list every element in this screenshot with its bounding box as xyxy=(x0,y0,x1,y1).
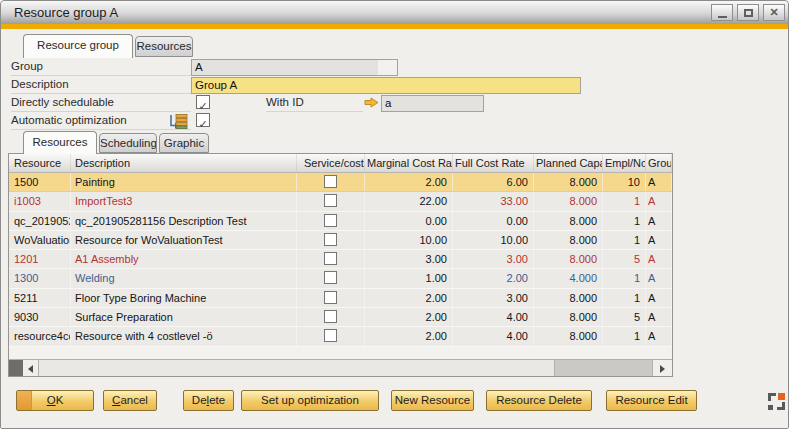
scroll-right-button[interactable] xyxy=(652,360,672,376)
column-header-description[interactable]: Description xyxy=(71,154,297,172)
group-label: Group xyxy=(11,59,191,76)
table-row[interactable]: 1500Painting2.006.008.00010A xyxy=(9,173,672,192)
corner-orange-square xyxy=(778,393,785,400)
column-header-planned-capacity[interactable]: Planned Capaci xyxy=(534,154,603,172)
horizontal-scrollbar[interactable] xyxy=(9,359,672,376)
cell-planned-capacity: 8.000 xyxy=(534,327,603,345)
tab-scheduling[interactable]: Scheduling xyxy=(99,133,157,153)
maximize-button[interactable] xyxy=(737,4,759,21)
cell-marginal-cost-rate: 1.00 xyxy=(365,269,453,287)
group-value: A xyxy=(195,61,203,73)
table-row[interactable]: 1201A1 Assembly3.003.008.0005A xyxy=(9,250,672,269)
cell-group: A xyxy=(646,212,672,230)
column-header-resource[interactable]: Resource xyxy=(9,154,71,172)
cell-description: Resource for WoValuationTest xyxy=(71,231,297,249)
checkmark-icon: ✓ xyxy=(198,100,207,113)
cell-full-cost-rate: 6.00 xyxy=(453,173,534,191)
table-row[interactable]: i1003ImportTest322.0033.008.0001A xyxy=(9,192,672,211)
service-costs-checkbox[interactable] xyxy=(324,271,337,284)
cell-empl-no: 1 xyxy=(603,289,646,307)
cell-service-costs xyxy=(297,231,365,249)
new-resource-button[interactable]: New Resource xyxy=(391,390,474,411)
cell-service-costs xyxy=(297,250,365,268)
cancel-button[interactable]: Cancel xyxy=(103,390,157,411)
tab-resources-outer[interactable]: Resources xyxy=(135,36,193,57)
service-costs-checkbox[interactable] xyxy=(324,252,337,265)
tab-graphic[interactable]: Graphic xyxy=(159,133,209,153)
cell-group: A xyxy=(646,289,672,307)
cell-planned-capacity: 8.000 xyxy=(534,289,603,307)
link-arrow-icon[interactable] xyxy=(364,97,379,108)
cell-resource: 9030 xyxy=(9,308,71,326)
cell-empl-no: 5 xyxy=(603,250,646,268)
service-costs-checkbox[interactable] xyxy=(324,175,337,188)
service-costs-checkbox[interactable] xyxy=(324,310,337,323)
cell-resource: 1500 xyxy=(9,173,71,191)
tab-resources-inner[interactable]: Resources xyxy=(23,131,97,154)
close-button[interactable]: ✕ xyxy=(763,4,785,21)
cell-empl-no: 5 xyxy=(603,308,646,326)
cell-description: Floor Type Boring Machine xyxy=(71,289,297,307)
cell-full-cost-rate: 3.00 xyxy=(453,250,534,268)
delete-button[interactable]: Delete xyxy=(183,390,234,411)
description-field[interactable]: Group A xyxy=(191,77,581,94)
table-row[interactable]: 1300Welding1.002.004.0001A xyxy=(9,269,672,288)
cell-empl-no: 1 xyxy=(603,192,646,210)
service-costs-checkbox[interactable] xyxy=(324,291,337,304)
table-row[interactable]: qc_201905281qc_201905281156 Description … xyxy=(9,212,672,231)
resource-delete-button[interactable]: Resource Delete xyxy=(486,390,592,411)
cell-description: Painting xyxy=(71,173,297,191)
service-costs-checkbox[interactable] xyxy=(324,214,337,227)
table-row[interactable]: WoValuationTResource for WoValuationTest… xyxy=(9,231,672,250)
with-id-field[interactable]: a xyxy=(381,95,484,112)
table-row[interactable]: 9030Surface Preparation2.004.008.0005A xyxy=(9,308,672,327)
service-costs-checkbox[interactable] xyxy=(324,233,337,246)
cell-service-costs xyxy=(297,192,365,210)
title-bar[interactable]: Resource group A ✕ xyxy=(1,1,788,24)
column-header-service-costs[interactable]: Service/costs xyxy=(297,154,365,172)
optimization-gantt-icon xyxy=(167,114,189,129)
cell-description: ImportTest3 xyxy=(71,192,297,210)
scrollbar-thumb[interactable] xyxy=(39,360,555,376)
description-label: Description xyxy=(11,77,191,94)
cell-resource: 1300 xyxy=(9,269,71,287)
cell-service-costs xyxy=(297,269,365,287)
cell-group: A xyxy=(646,308,672,326)
directly-schedulable-checkbox[interactable]: ✓ xyxy=(196,95,210,109)
cell-service-costs xyxy=(297,173,365,191)
cell-description: qc_201905281156 Description Test xyxy=(71,212,297,230)
column-header-group[interactable]: Group xyxy=(646,154,672,172)
cell-full-cost-rate: 3.00 xyxy=(453,289,534,307)
cell-service-costs xyxy=(297,308,365,326)
cell-description: Surface Preparation xyxy=(71,308,297,326)
cell-marginal-cost-rate: 0.00 xyxy=(365,212,453,230)
group-field[interactable]: A xyxy=(191,59,398,76)
close-icon: ✕ xyxy=(769,7,778,18)
table-row[interactable]: resource4cosResource with 4 costlevel -ö… xyxy=(9,327,672,346)
column-header-empl-no[interactable]: Empl/No. xyxy=(603,154,646,172)
column-header-marginal-cost[interactable]: Marginal Cost Rate xyxy=(365,154,453,172)
ok-button[interactable]: OK xyxy=(16,390,94,411)
form-area: Resource group Resources Group A Descrip… xyxy=(1,29,788,428)
cell-service-costs xyxy=(297,212,365,230)
cell-marginal-cost-rate: 2.00 xyxy=(365,289,453,307)
scroll-left-button[interactable] xyxy=(23,360,39,376)
cell-resource: 5211 xyxy=(9,289,71,307)
set-up-optimization-button[interactable]: Set up optimization xyxy=(241,390,379,411)
cell-full-cost-rate: 4.00 xyxy=(453,308,534,326)
resource-edit-button[interactable]: Resource Edit xyxy=(606,390,697,411)
table-row[interactable]: 5211Floor Type Boring Machine2.003.008.0… xyxy=(9,289,672,308)
cell-group: A xyxy=(646,327,672,345)
cell-full-cost-rate: 0.00 xyxy=(453,212,534,230)
form-mode-icon[interactable] xyxy=(768,393,785,410)
cell-group: A xyxy=(646,173,672,191)
cell-planned-capacity: 8.000 xyxy=(534,212,603,230)
cell-marginal-cost-rate: 2.00 xyxy=(365,308,453,326)
service-costs-checkbox[interactable] xyxy=(324,329,337,342)
service-costs-checkbox[interactable] xyxy=(324,194,337,207)
tab-resource-group[interactable]: Resource group xyxy=(23,34,133,58)
minimize-button[interactable] xyxy=(711,4,733,21)
automatic-optimization-checkbox[interactable]: ✓ xyxy=(196,113,210,127)
column-header-full-cost[interactable]: Full Cost Rate xyxy=(453,154,534,172)
maximize-icon xyxy=(744,9,753,17)
